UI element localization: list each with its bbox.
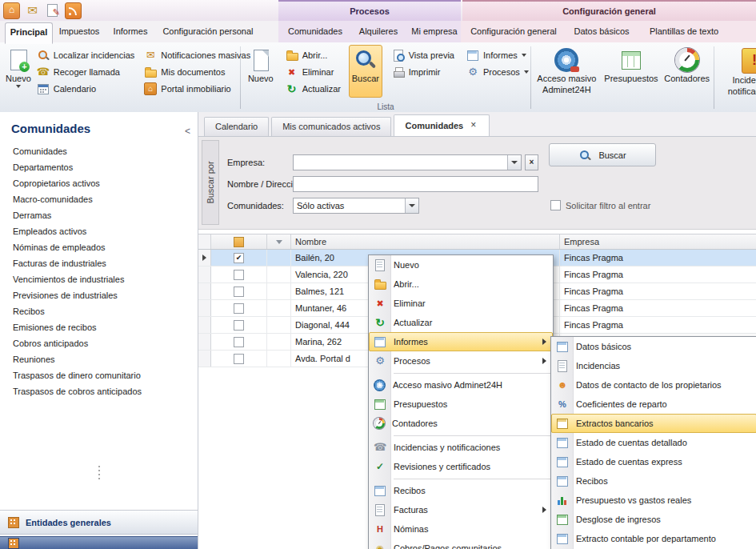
incidencias-notificaciones-button[interactable]: Incidencias notificaciones	[722, 45, 756, 98]
submenu-item-desglose-ingresos[interactable]: Desglose de ingresos	[551, 510, 756, 529]
tab-alquileres[interactable]: Alquileres	[352, 22, 405, 42]
select-all-checkbox[interactable]	[211, 234, 267, 249]
menu-item-presupuestos[interactable]: Presupuestos	[369, 395, 553, 414]
mis-documentos-button[interactable]: Mis documentos	[139, 63, 255, 80]
imprimir-button[interactable]: Imprimir	[387, 63, 462, 80]
sidebar-item-departamentos[interactable]: Departamentos	[0, 159, 198, 175]
informes-dropdown-button[interactable]: Informes	[462, 46, 530, 63]
menu-item-revisiones-certificados[interactable]: Revisiones y certificados	[369, 457, 553, 476]
notes-icon[interactable]	[45, 2, 60, 18]
clear-icon[interactable]	[525, 154, 538, 170]
sidebar-item-vencimientos[interactable]: Vencimientos de industriales	[0, 271, 198, 287]
comunidades-combobox[interactable]: Sólo activas	[293, 198, 419, 214]
column-header-nombre[interactable]: Nombre	[291, 234, 560, 249]
tab-informes[interactable]: Informes	[107, 22, 154, 42]
checkbox-icon[interactable]	[234, 320, 244, 331]
checkbox-icon[interactable]	[234, 303, 244, 314]
menu-item-acceso-masivo[interactable]: Acceso masivo Adminet24H	[369, 375, 553, 395]
submenu-item-extractos-bancarios[interactable]: Extractos bancarios	[551, 414, 756, 433]
vista-previa-button[interactable]: Vista previa	[387, 46, 462, 63]
checkbox-icon[interactable]	[234, 270, 244, 280]
sidebar-item-macro-comunidades[interactable]: Macro-comunidades	[0, 191, 198, 207]
tab-configuracion-personal[interactable]: Configuración personal	[157, 22, 259, 42]
eliminar-button[interactable]: Eliminar	[281, 63, 349, 80]
tab-datos-basicos[interactable]: Datos básicos	[566, 22, 637, 42]
acceso-masivo-button[interactable]: Acceso masivo Adminet24H	[533, 45, 600, 98]
doc-tab-comunidades[interactable]: Comunidades	[394, 114, 490, 136]
checkbox-icon[interactable]	[234, 287, 244, 297]
sidebar-group-entidades-generales[interactable]: Entidades generales	[0, 510, 198, 535]
abrir-button[interactable]: Abrir...	[281, 46, 349, 63]
actualizar-button[interactable]: Actualizar	[281, 80, 349, 97]
checkbox-icon[interactable]	[234, 354, 244, 364]
notificaciones-masivas-button[interactable]: Notificaciones masivas	[139, 46, 255, 63]
sidebar-item-recibos[interactable]: Recibos	[0, 303, 198, 319]
contadores-button[interactable]: Contadores	[662, 45, 712, 98]
sidebar-item-copropietarios[interactable]: Copropietarios activos	[0, 175, 198, 191]
menu-item-facturas[interactable]: Facturas	[369, 500, 553, 519]
portal-inmobiliario-button[interactable]: Portal inmobiliario	[139, 80, 255, 97]
chevron-down-icon[interactable]	[405, 198, 418, 213]
column-header-empresa[interactable]: Empresa	[560, 234, 756, 249]
submenu-item-estado-detallado[interactable]: Estado de cuentas detallado	[551, 433, 756, 452]
rss-icon[interactable]	[65, 2, 82, 19]
chevron-down-icon[interactable]	[507, 155, 521, 170]
nuevo-button[interactable]: Nuevo	[5, 45, 32, 98]
menu-item-informes[interactable]: Informes	[369, 332, 553, 351]
sidebar-item-derramas[interactable]: Derramas	[0, 207, 198, 223]
menu-item-incidencias-notificaciones[interactable]: Incidencias y notificaciones	[369, 438, 553, 457]
buscar-button[interactable]: Buscar	[349, 45, 382, 98]
menu-item-nominas[interactable]: Nóminas	[369, 519, 553, 539]
solicitar-filtro-checkbox[interactable]: Solicitar filtro al entrar	[550, 200, 650, 210]
splitter-handle[interactable]	[0, 466, 198, 479]
menu-item-nuevo[interactable]: Nuevo	[369, 255, 553, 274]
sidebar-item-previsiones[interactable]: Previsiones de industriales	[0, 287, 198, 303]
chevron-left-icon[interactable]	[185, 126, 190, 137]
tab-configuracion-general[interactable]: Configuración general	[464, 22, 563, 42]
filter-column-header[interactable]	[267, 234, 291, 249]
tab-mi-empresa[interactable]: Mi empresa	[408, 22, 461, 42]
nombre-direccion-input[interactable]	[293, 176, 538, 192]
checkbox-icon[interactable]	[550, 200, 561, 210]
submenu-item-extracto-contable[interactable]: Extracto contable por departamento	[551, 529, 756, 548]
menu-item-eliminar[interactable]: Eliminar	[369, 294, 553, 313]
close-icon[interactable]	[470, 122, 478, 130]
submenu-item-estado-express[interactable]: Estado de cuentas express	[551, 452, 756, 471]
presupuestos-button[interactable]: Presupuestos	[604, 45, 658, 98]
doc-tab-comunicados[interactable]: Mis comunicados activos	[271, 117, 391, 136]
sidebar-group-collapsed[interactable]	[0, 536, 198, 549]
submenu-item-recibos[interactable]: Recibos	[551, 471, 756, 491]
nuevo-lista-button[interactable]: Nuevo	[241, 45, 281, 98]
checkbox-icon[interactable]	[234, 237, 244, 247]
menu-item-contadores[interactable]: Contadores	[369, 414, 553, 433]
sidebar-item-traspasos-dinero[interactable]: Traspasos de dinero comunitario	[0, 367, 198, 383]
tab-comunidades[interactable]: Comunidades	[282, 22, 349, 42]
sidebar-item-reuniones[interactable]: Reuniones	[0, 351, 198, 367]
submenu-item-datos-contacto[interactable]: Datos de contacto de los propietarios	[551, 375, 756, 395]
doc-tab-calendario[interactable]: Calendario	[204, 117, 269, 136]
menu-item-procesos[interactable]: Procesos	[369, 351, 553, 371]
buscar-panel-button[interactable]: Buscar	[549, 143, 656, 166]
sidebar-item-cobros-anticipados[interactable]: Cobros anticipados	[0, 335, 198, 351]
sidebar-item-traspasos-cobros[interactable]: Traspasos de cobros anticipados	[0, 383, 198, 399]
mail-icon[interactable]	[25, 2, 40, 18]
sidebar-item-comunidades[interactable]: Comunidades	[0, 143, 198, 159]
app-icon[interactable]	[3, 2, 20, 19]
recoger-llamada-button[interactable]: Recoger llamada	[32, 63, 140, 80]
procesos-dropdown-button[interactable]: Procesos	[462, 63, 530, 80]
sidebar-item-nominas[interactable]: Nóminas de empleados	[0, 239, 198, 255]
checkbox-icon[interactable]	[234, 253, 244, 263]
sidebar-item-empleados[interactable]: Empleados activos	[0, 223, 198, 239]
menu-item-cobros-pagos[interactable]: Cobros/Pagos comunitarios	[369, 539, 553, 549]
submenu-item-datos-basicos[interactable]: Datos básicos	[551, 337, 756, 356]
tab-impuestos[interactable]: Impuestos	[54, 22, 104, 42]
sidebar-item-facturas[interactable]: Facturas de industriales	[0, 255, 198, 271]
checkbox-icon[interactable]	[234, 337, 244, 347]
submenu-item-incidencias[interactable]: Incidencias	[551, 356, 756, 375]
empresa-combobox[interactable]	[293, 154, 522, 170]
tab-principal[interactable]: Principal	[5, 22, 53, 44]
calendario-button[interactable]: Calendario	[32, 80, 140, 97]
localizar-incidencias-button[interactable]: Localizar incidencias	[32, 46, 140, 63]
menu-item-recibos[interactable]: Recibos	[369, 481, 553, 500]
menu-item-abrir[interactable]: Abrir...	[369, 274, 553, 294]
